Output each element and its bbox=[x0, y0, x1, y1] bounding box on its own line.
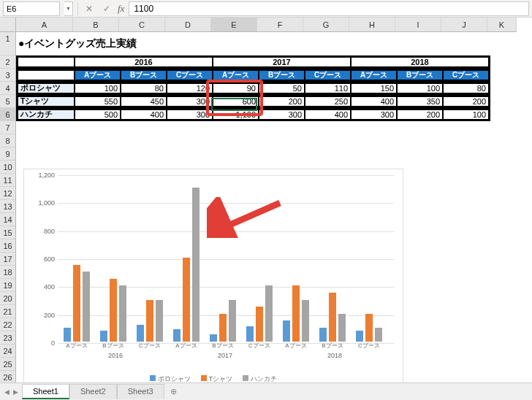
booth-header: Aブース bbox=[213, 70, 259, 80]
row-header-25[interactable]: 25 bbox=[0, 358, 15, 371]
data-cell[interactable]: 90 bbox=[213, 83, 259, 93]
data-cell[interactable]: 300 bbox=[167, 96, 213, 107]
data-cell[interactable]: 110 bbox=[305, 83, 351, 93]
tab-nav[interactable]: ◀▶ bbox=[3, 387, 20, 397]
booth-header: Bブース bbox=[397, 70, 443, 80]
row-header-19[interactable]: 19 bbox=[0, 279, 15, 292]
chart-bar bbox=[302, 300, 309, 342]
sheet-tabs: ◀▶ Sheet1Sheet2Sheet3 ⊕ bbox=[0, 382, 532, 400]
row-header-3[interactable]: 3 bbox=[0, 69, 15, 82]
sheet-tab[interactable]: Sheet3 bbox=[117, 384, 164, 399]
col-header-I[interactable]: I bbox=[395, 18, 441, 31]
next-sheet-icon[interactable]: ▶ bbox=[12, 387, 20, 397]
column-headers[interactable]: ABCDEFGHIJK bbox=[16, 18, 517, 32]
data-cell[interactable]: 450 bbox=[121, 96, 167, 107]
data-cell[interactable]: 50 bbox=[259, 83, 305, 93]
row-headers[interactable]: 1234567891011121314151617181920212223242… bbox=[0, 32, 16, 384]
chart-bar bbox=[83, 272, 90, 342]
col-header-E[interactable]: E bbox=[211, 18, 257, 31]
data-cell[interactable]: 500 bbox=[75, 109, 121, 120]
col-header-G[interactable]: G bbox=[303, 18, 349, 31]
select-all-corner[interactable] bbox=[0, 18, 16, 32]
row-header-11[interactable]: 11 bbox=[0, 174, 15, 187]
data-cell[interactable]: 300 bbox=[259, 109, 305, 120]
data-cell[interactable]: 400 bbox=[121, 109, 167, 120]
formula-bar-row: ▼ ✕ ✓ fx 1100 bbox=[0, 0, 532, 18]
data-cell[interactable]: 300 bbox=[351, 109, 397, 120]
row-header-2[interactable]: 2 bbox=[0, 55, 15, 69]
row-header-23[interactable]: 23 bbox=[0, 331, 15, 345]
chart-bar bbox=[156, 300, 163, 342]
data-cell[interactable]: 80 bbox=[121, 83, 167, 93]
data-cell[interactable]: 100 bbox=[75, 83, 121, 93]
row-header-4[interactable]: 4 bbox=[0, 82, 15, 95]
chart-bar bbox=[146, 300, 153, 342]
data-cell[interactable]: 350 bbox=[397, 96, 443, 107]
new-sheet-button[interactable]: ⊕ bbox=[164, 385, 183, 399]
name-box[interactable] bbox=[3, 1, 60, 16]
data-cell[interactable]: 80 bbox=[443, 83, 489, 93]
booth-header: Cブース bbox=[443, 70, 489, 80]
col-header-B[interactable]: B bbox=[73, 18, 119, 31]
row-header-18[interactable]: 18 bbox=[0, 266, 15, 279]
formula-bar[interactable]: 1100 bbox=[129, 1, 529, 16]
data-cell[interactable]: 150 bbox=[351, 83, 397, 93]
data-cell[interactable]: 200 bbox=[259, 96, 305, 107]
row-header-16[interactable]: 16 bbox=[0, 239, 15, 253]
row-header-21[interactable]: 21 bbox=[0, 305, 15, 318]
blank-cell bbox=[18, 57, 75, 67]
data-cell[interactable]: 200 bbox=[443, 96, 489, 107]
spreadsheet-grid[interactable]: ABCDEFGHIJK 1234567891011121314151617181… bbox=[0, 18, 532, 382]
row-header-14[interactable]: 14 bbox=[0, 213, 15, 226]
row-header-13[interactable]: 13 bbox=[0, 200, 15, 213]
chart-ytick: 800 bbox=[44, 228, 55, 235]
cancel-icon[interactable]: ✕ bbox=[83, 2, 96, 15]
row-header-5[interactable]: 5 bbox=[0, 95, 15, 108]
data-cell[interactable]: 100 bbox=[443, 109, 489, 120]
row-header-17[interactable]: 17 bbox=[0, 253, 15, 266]
enter-icon[interactable]: ✓ bbox=[100, 2, 113, 15]
chart-xtick-major: 2016 bbox=[61, 352, 170, 359]
prev-sheet-icon[interactable]: ◀ bbox=[3, 387, 11, 397]
year-header: 2018 bbox=[351, 57, 489, 67]
col-header-K[interactable]: K bbox=[487, 18, 517, 31]
data-cell[interactable]: 400 bbox=[351, 96, 397, 107]
row-header-24[interactable]: 24 bbox=[0, 345, 15, 358]
row-header-22[interactable]: 22 bbox=[0, 318, 15, 331]
col-header-A[interactable]: A bbox=[16, 18, 73, 31]
name-box-dropdown[interactable]: ▼ bbox=[64, 1, 73, 16]
col-header-J[interactable]: J bbox=[441, 18, 487, 31]
data-cell[interactable]: 250 bbox=[305, 96, 351, 107]
col-header-F[interactable]: F bbox=[257, 18, 303, 31]
data-cell[interactable]: 550 bbox=[75, 96, 121, 107]
chart-ytick: 1,000 bbox=[38, 199, 55, 207]
sheet-tab[interactable]: Sheet2 bbox=[69, 384, 117, 399]
embedded-chart[interactable]: 02004006008001,0001,200 AブースBブースCブースAブース… bbox=[23, 169, 403, 388]
data-cell[interactable]: 400 bbox=[305, 109, 351, 120]
booth-header: Aブース bbox=[75, 70, 121, 80]
chart-bar bbox=[246, 326, 254, 342]
data-cell[interactable]: 200 bbox=[397, 109, 443, 120]
row-header-1[interactable]: 1 bbox=[0, 32, 15, 55]
col-header-D[interactable]: D bbox=[165, 18, 211, 31]
product-label: ポロシャツ bbox=[18, 83, 75, 93]
chart-bar bbox=[256, 307, 263, 342]
data-cell[interactable]: 1,100 bbox=[213, 109, 259, 120]
row-header-9[interactable]: 9 bbox=[0, 147, 15, 161]
fx-icon[interactable]: fx bbox=[118, 3, 124, 15]
row-header-8[interactable]: 8 bbox=[0, 134, 15, 147]
row-header-6[interactable]: 6 bbox=[0, 108, 15, 121]
data-cell[interactable]: 300 bbox=[167, 109, 213, 120]
data-cell[interactable]: 120 bbox=[167, 83, 213, 93]
col-header-C[interactable]: C bbox=[119, 18, 165, 31]
row-header-20[interactable]: 20 bbox=[0, 292, 15, 305]
sheet-tab[interactable]: Sheet1 bbox=[22, 384, 69, 399]
row-header-12[interactable]: 12 bbox=[0, 187, 15, 200]
row-header-15[interactable]: 15 bbox=[0, 226, 15, 239]
booth-header: Cブース bbox=[167, 70, 213, 80]
row-header-10[interactable]: 10 bbox=[0, 161, 15, 174]
data-cell[interactable]: 600 bbox=[213, 96, 259, 107]
data-cell[interactable]: 100 bbox=[397, 83, 443, 93]
col-header-H[interactable]: H bbox=[349, 18, 395, 31]
row-header-7[interactable]: 7 bbox=[0, 121, 15, 134]
